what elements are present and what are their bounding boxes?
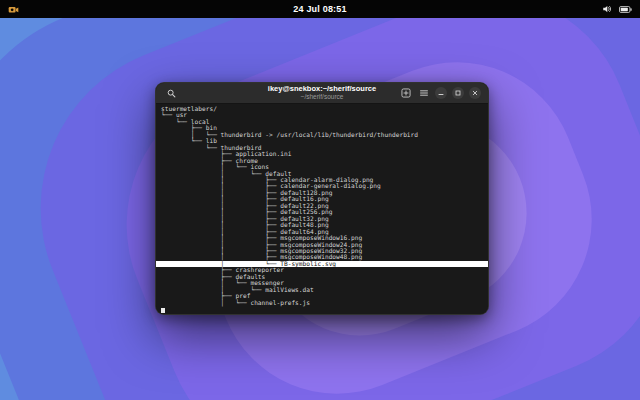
window-title: ikey@snekbox:~/sherif/source <box>268 85 376 93</box>
new-tab-icon <box>401 88 411 98</box>
terminal-line: │ └── channel-prefs.js <box>156 300 488 306</box>
volume-icon <box>602 4 612 14</box>
minimize-button[interactable] <box>435 87 447 99</box>
maximize-icon <box>454 89 462 97</box>
window-titles: ikey@snekbox:~/sherif/source ~/sherif/so… <box>268 85 376 101</box>
camera-indicator-icon[interactable] <box>8 5 19 14</box>
desktop: 24 Jul 08:51 <box>0 0 640 400</box>
window-titlebar[interactable]: ikey@snekbox:~/sherif/source ~/sherif/so… <box>156 83 488 104</box>
terminal-prompt-line <box>156 307 488 313</box>
terminal-output[interactable]: stuermetlabers/└── usr └── local ├── bin… <box>156 104 488 314</box>
new-tab-button[interactable] <box>399 87 412 100</box>
search-button[interactable] <box>165 87 178 100</box>
menu-button[interactable] <box>417 87 430 100</box>
battery-icon <box>619 5 632 14</box>
top-bar-left <box>8 0 19 18</box>
top-bar: 24 Jul 08:51 <box>0 0 640 18</box>
clock-button[interactable]: 24 Jul 08:51 <box>293 4 346 14</box>
minimize-icon <box>437 89 445 97</box>
maximize-button[interactable] <box>452 87 464 99</box>
titlebar-right <box>399 83 481 103</box>
close-button[interactable] <box>469 87 481 99</box>
terminal-cursor <box>161 308 165 313</box>
quick-settings-button[interactable] <box>602 0 632 18</box>
close-icon <box>471 89 479 97</box>
terminal-window: ikey@snekbox:~/sherif/source ~/sherif/so… <box>155 82 489 315</box>
titlebar-left <box>165 83 178 103</box>
window-subtitle: ~/sherif/source <box>268 94 376 101</box>
search-icon <box>167 89 176 98</box>
menu-icon <box>419 88 429 98</box>
